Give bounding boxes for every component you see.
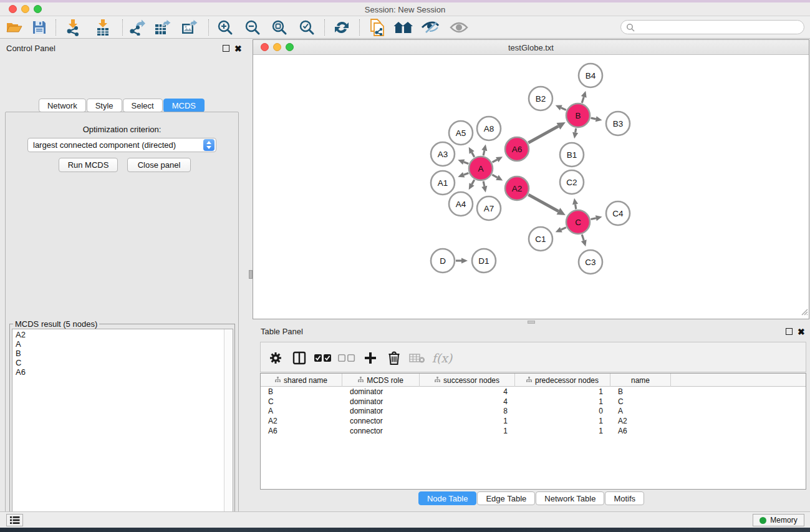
table-cell[interactable]: 1 xyxy=(515,397,610,406)
table-cell[interactable]: 1 xyxy=(515,427,610,435)
task-history-list-icon[interactable] xyxy=(6,514,23,526)
graph-edge-A6-B[interactable] xyxy=(528,126,558,142)
table-cell[interactable]: B xyxy=(261,387,342,396)
tab-motifs[interactable]: Motifs xyxy=(605,491,644,505)
graph-edge-B-B4[interactable] xyxy=(582,97,584,103)
select-all-check-icon[interactable] xyxy=(313,348,333,368)
table-cell[interactable]: dominator xyxy=(342,407,420,415)
deselect-all-check-icon[interactable] xyxy=(337,348,357,368)
table-cell[interactable]: 4 xyxy=(420,397,515,406)
mcds-result-list[interactable]: A2ABCA6 xyxy=(12,329,233,531)
table-row[interactable]: Bdominator41B xyxy=(261,387,806,397)
table-cell[interactable]: A xyxy=(261,407,342,415)
table-cell[interactable]: dominator xyxy=(342,397,420,406)
table-cell[interactable]: A2 xyxy=(261,417,342,425)
save-session-icon[interactable] xyxy=(29,18,50,37)
zoom-fit-icon[interactable] xyxy=(269,18,290,37)
graph-edge-A-A8[interactable] xyxy=(483,150,485,155)
delete-rows-trash-icon[interactable] xyxy=(384,348,404,368)
graph-edge-B-B3[interactable] xyxy=(591,118,596,119)
table-cell[interactable]: C xyxy=(610,397,671,406)
mcds-result-item[interactable]: A6 xyxy=(12,367,233,376)
column-header-successor-nodes[interactable]: successor nodes xyxy=(420,374,515,387)
table-row[interactable]: A6connector11A6 xyxy=(261,426,806,436)
mcds-result-item[interactable]: A xyxy=(12,339,233,348)
graph-edge-A-A4[interactable] xyxy=(472,180,475,184)
show-eye-icon[interactable] xyxy=(448,18,470,37)
tab-network-table[interactable]: Network Table xyxy=(536,491,604,505)
table-cell[interactable]: connector xyxy=(342,427,420,435)
export-image-icon[interactable] xyxy=(179,18,200,37)
graph-edge-A-A1[interactable] xyxy=(464,173,469,175)
zoom-out-icon[interactable] xyxy=(242,18,263,37)
tab-style[interactable]: Style xyxy=(87,99,122,112)
table-cell[interactable]: C xyxy=(261,397,342,406)
delete-table-icon[interactable] xyxy=(407,348,427,368)
search-input[interactable] xyxy=(635,23,804,32)
splitter-handle[interactable] xyxy=(528,321,535,324)
mcds-result-item[interactable]: A2 xyxy=(12,329,233,339)
network-window-titlebar[interactable]: testGlobe.txt xyxy=(253,40,809,55)
table-row[interactable]: Adominator80A xyxy=(261,407,806,417)
tab-node-table[interactable]: Node Table xyxy=(418,491,477,505)
table-cell[interactable]: A2 xyxy=(610,417,671,425)
column-header-predecessor-nodes[interactable]: predecessor nodes xyxy=(515,374,610,387)
resize-grip-icon[interactable] xyxy=(799,307,808,318)
table-cell[interactable]: A6 xyxy=(261,427,342,435)
graph-edge-B-B1[interactable] xyxy=(576,128,576,133)
graph-edge-C-C2[interactable] xyxy=(576,205,576,210)
zoom-in-icon[interactable] xyxy=(215,18,236,37)
graph-edge-A-A2[interactable] xyxy=(492,175,497,177)
table-cell[interactable]: 1 xyxy=(420,427,515,435)
tab-network[interactable]: Network xyxy=(39,99,86,112)
export-network-icon[interactable] xyxy=(126,18,147,37)
memory-button[interactable]: Memory xyxy=(753,514,804,526)
refresh-view-icon[interactable] xyxy=(331,18,352,37)
column-header-MCDS-role[interactable]: MCDS role xyxy=(342,374,420,387)
table-cell[interactable]: 0 xyxy=(515,407,610,415)
table-cell[interactable]: A6 xyxy=(610,427,671,435)
home-icon[interactable] xyxy=(393,18,414,37)
table-cell[interactable]: dominator xyxy=(342,387,420,396)
tab-mcds[interactable]: MCDS xyxy=(163,99,205,112)
graph-edge-C-C3[interactable] xyxy=(582,235,584,241)
graph-edge-A2-C[interactable] xyxy=(528,195,558,211)
graph-edge-A-A3[interactable] xyxy=(464,162,469,164)
import-network-icon[interactable] xyxy=(62,18,84,37)
node-table[interactable]: shared nameMCDS rolesuccessor nodesprede… xyxy=(260,373,806,490)
graph-edge-A-A5[interactable] xyxy=(472,152,475,157)
open-session-icon[interactable] xyxy=(4,18,25,37)
tab-edge-table[interactable]: Edge Table xyxy=(477,491,535,505)
mcds-result-item[interactable]: C xyxy=(12,357,233,367)
network-canvas[interactable]: AA1A2A3A4A5A6A7A8BB1B2B3B4CC1C2C3C4DD1 xyxy=(253,55,809,319)
float-panel-icon[interactable] xyxy=(786,328,793,335)
column-header-shared-name[interactable]: shared name xyxy=(261,374,342,387)
function-builder-icon[interactable]: f(x) xyxy=(428,348,456,368)
table-cell[interactable]: B xyxy=(610,387,671,396)
optimization-criterion-select[interactable]: largest connected component (directed) xyxy=(27,138,216,152)
hide-eye-slash-icon[interactable] xyxy=(420,18,441,37)
show-columns-icon[interactable] xyxy=(289,348,309,368)
scrollbar[interactable] xyxy=(224,329,233,531)
mcds-result-item[interactable]: B xyxy=(12,348,233,357)
clone-network-icon[interactable] xyxy=(367,18,388,37)
graph-edge-C-C1[interactable] xyxy=(561,228,566,230)
search-field[interactable] xyxy=(620,20,804,34)
table-cell[interactable]: 1 xyxy=(515,387,610,396)
table-row[interactable]: A2connector11A2 xyxy=(261,416,806,426)
close-panel-icon[interactable]: ✖ xyxy=(234,44,242,54)
table-settings-gear-icon[interactable] xyxy=(266,348,286,368)
export-table-icon[interactable] xyxy=(152,18,173,37)
graph-edge-A-A7[interactable] xyxy=(483,181,485,186)
table-cell[interactable]: 1 xyxy=(515,417,610,425)
graph-edge-C-C4[interactable] xyxy=(591,218,596,220)
tab-select[interactable]: Select xyxy=(123,99,163,112)
float-panel-icon[interactable] xyxy=(223,45,229,52)
graph-edge-B-B2[interactable] xyxy=(561,108,566,110)
run-mcds-button[interactable]: Run MCDS xyxy=(59,158,118,172)
close-panel-icon[interactable]: ✖ xyxy=(798,327,805,337)
table-row[interactable]: Cdominator41C xyxy=(261,397,806,407)
column-header-name[interactable]: name xyxy=(610,374,671,387)
table-cell[interactable]: 8 xyxy=(420,407,515,415)
zoom-selected-icon[interactable] xyxy=(296,18,317,37)
